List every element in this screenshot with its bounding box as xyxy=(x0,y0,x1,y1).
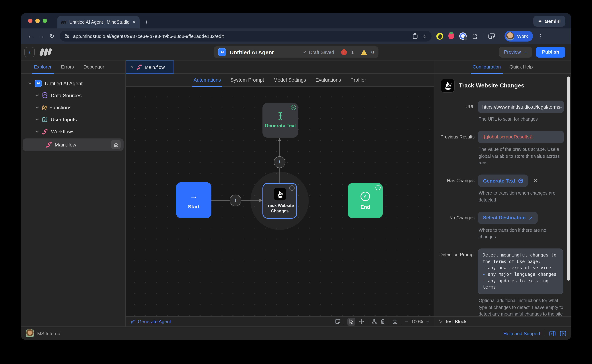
chevron-down-icon[interactable] xyxy=(28,82,32,84)
toolbar-separator xyxy=(500,33,500,39)
back-icon[interactable]: ← xyxy=(28,33,33,39)
extension-icon-strawberry[interactable] xyxy=(448,33,454,39)
chevron-down-icon[interactable] xyxy=(35,130,39,132)
subtab-evaluations[interactable]: Evaluations xyxy=(316,73,341,86)
zoom-window-button[interactable] xyxy=(43,19,47,23)
connector-arrowhead xyxy=(278,138,281,141)
previous-results-input[interactable]: {{global.scrapeResults}} xyxy=(478,131,564,143)
subtab-model-settings[interactable]: Model Settings xyxy=(273,73,306,86)
panel-left-toggle-icon[interactable] xyxy=(560,331,566,336)
tree-item-functions[interactable]: (x) Functions xyxy=(21,101,125,113)
extensions-puzzle-icon[interactable] xyxy=(472,33,479,39)
editor-tab-main-flow[interactable]: ✕ Main.flow xyxy=(126,60,174,74)
site-settings-icon[interactable] xyxy=(64,33,70,39)
has-changes-destination-button[interactable]: Generate Text xyxy=(478,175,528,187)
extension-icon-yellow[interactable] xyxy=(436,32,443,39)
add-node-button[interactable]: + xyxy=(274,156,285,168)
close-window-button[interactable] xyxy=(28,19,33,23)
test-block-bar[interactable]: ▷ Test Block xyxy=(434,316,571,326)
help-and-support-link[interactable]: Help and Support xyxy=(503,331,540,336)
node-generate-text[interactable]: Generate Text − xyxy=(263,103,298,138)
auto-layout-icon[interactable] xyxy=(372,319,377,324)
chevron-down-icon: ⌄ xyxy=(524,50,527,54)
tree-item-user-inputs[interactable]: User Inputs xyxy=(21,113,125,125)
window-controls[interactable] xyxy=(21,13,52,28)
toolbar-separator xyxy=(368,319,368,324)
select-tool-button[interactable] xyxy=(348,318,355,325)
config-panel: Configuration Quick Help Track Website C… xyxy=(434,60,571,326)
browser-menu-icon[interactable]: ⋮ xyxy=(538,33,543,39)
preview-button[interactable]: Preview ⌄ xyxy=(499,46,532,57)
tab-close-icon[interactable]: ✕ xyxy=(132,20,136,25)
search-tabs-icon[interactable] xyxy=(488,33,495,39)
tree-item-agent-root[interactable]: AI Untitled AI Agent xyxy=(21,77,125,89)
pan-tool-icon[interactable] xyxy=(359,319,365,325)
forward-icon[interactable]: → xyxy=(39,33,45,39)
notes-icon[interactable] xyxy=(335,319,341,324)
clipboard-icon[interactable] xyxy=(413,33,418,39)
app-back-button[interactable]: ‹ xyxy=(24,47,35,57)
flow-canvas[interactable]: + + Generate Text − xyxy=(126,87,434,316)
panel-right-toggle-icon[interactable] xyxy=(549,331,556,336)
no-changes-destination-button[interactable]: Select Destination ↗ xyxy=(478,212,538,224)
chevron-down-icon[interactable] xyxy=(35,118,39,120)
tree-item-data-sources[interactable]: Data Sources xyxy=(21,89,125,101)
tab-configuration[interactable]: Configuration xyxy=(473,60,501,73)
chevron-down-icon[interactable] xyxy=(35,106,39,108)
subtab-system-prompt[interactable]: System Prompt xyxy=(230,73,264,86)
gemini-button[interactable]: ✦ Gemini xyxy=(533,16,566,26)
scrollbar-thumb[interactable] xyxy=(567,77,570,280)
generate-agent-button[interactable]: Generate Agent xyxy=(130,319,171,324)
reload-icon[interactable]: ↻ xyxy=(50,32,54,39)
tree-item-main-flow-selected[interactable]: Main.flow xyxy=(23,138,124,151)
subtab-profiler[interactable]: Profiler xyxy=(350,73,366,86)
clear-destination-icon[interactable]: ✕ xyxy=(533,178,538,184)
publish-button[interactable]: Publish xyxy=(536,46,566,57)
detection-prompt-textarea[interactable]: Detect meaningful changes to the Terms o… xyxy=(478,248,563,294)
home-view-icon[interactable] xyxy=(392,319,398,324)
warning-badge-icon[interactable]: ! xyxy=(361,50,367,55)
trash-icon[interactable] xyxy=(380,319,386,324)
collapse-node-icon[interactable]: − xyxy=(291,105,296,110)
zoom-level[interactable]: 100% xyxy=(411,319,423,324)
bookmark-star-icon[interactable]: ☆ xyxy=(422,32,428,39)
node-end[interactable]: ✓ End − xyxy=(348,183,383,218)
workspace-avatar[interactable] xyxy=(26,329,34,338)
tab-explorer[interactable]: Explorer xyxy=(34,64,52,70)
browser-tabstrip: Untitled AI Agent | MindStudio ✕ + ✦ Gem… xyxy=(21,13,571,28)
node-start[interactable]: → Start xyxy=(176,182,211,218)
collapse-node-icon[interactable]: − xyxy=(375,185,381,190)
detection-prompt-label: Detection Prompt xyxy=(436,248,478,316)
add-node-button[interactable]: + xyxy=(230,195,241,206)
home-flow-button[interactable] xyxy=(111,140,121,150)
active-tab-underline xyxy=(32,73,54,74)
agent-title-pill[interactable]: AI Untitled AI Agent ✓ Draft Saved ! 1 !… xyxy=(214,46,378,58)
url-text[interactable]: app.mindstudio.ai/agents/9937ce3e-b7e3-4… xyxy=(73,33,408,39)
zoom-out-button[interactable]: − xyxy=(405,318,408,325)
url-field-help: The URL to scan for changes xyxy=(479,116,564,123)
subtab-automations[interactable]: Automations xyxy=(194,73,221,86)
tab-errors[interactable]: Errors xyxy=(61,64,74,70)
address-bar[interactable]: app.mindstudio.ai/agents/9937ce3e-b7e3-4… xyxy=(60,31,432,42)
tab-debugger[interactable]: Debugger xyxy=(84,64,104,70)
close-icon[interactable]: ✕ xyxy=(130,65,133,70)
browser-tab[interactable]: Untitled AI Agent | MindStudio ✕ xyxy=(57,16,140,28)
chevron-down-icon[interactable] xyxy=(35,94,39,96)
app-header: ‹ AI Untitled AI Agent ✓ Draft Saved ! 1 xyxy=(21,44,571,60)
node-track-website-changes[interactable]: Track Website Changes − xyxy=(263,183,297,219)
track-website-changes-icon xyxy=(441,79,454,92)
minimize-window-button[interactable] xyxy=(35,19,40,23)
error-badge-icon[interactable]: ! xyxy=(340,48,348,56)
tab-quick-help[interactable]: Quick Help xyxy=(510,60,533,73)
browser-toolbar: ← → ↻ app.mindstudio.ai/agents/9937ce3e-… xyxy=(21,28,571,44)
extension-icon-1password[interactable] xyxy=(460,32,467,40)
tree-item-workflows[interactable]: Workflows xyxy=(21,125,125,137)
collapse-node-icon[interactable]: − xyxy=(289,185,295,191)
statusbar-separator xyxy=(545,331,545,336)
screen: Untitled AI Agent | MindStudio ✕ + ✦ Gem… xyxy=(0,0,592,364)
browser-profile-button[interactable]: Work xyxy=(505,31,533,42)
zoom-in-button[interactable]: + xyxy=(426,318,429,325)
url-input[interactable]: https://www.mindstudio.ai/legal/terms- xyxy=(478,101,564,113)
new-tab-button[interactable]: + xyxy=(145,19,148,26)
magic-wand-icon xyxy=(130,319,135,324)
